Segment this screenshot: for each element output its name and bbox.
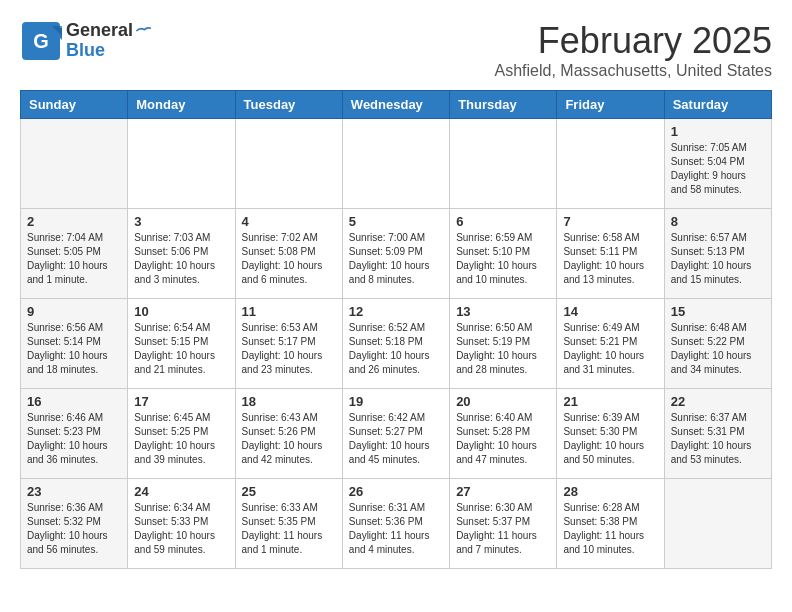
calendar-week-row: 16Sunrise: 6:46 AM Sunset: 5:23 PM Dayli… <box>21 389 772 479</box>
day-info: Sunrise: 7:00 AM Sunset: 5:09 PM Dayligh… <box>349 231 443 287</box>
logo-blue: Blue <box>66 41 151 61</box>
day-info: Sunrise: 6:42 AM Sunset: 5:27 PM Dayligh… <box>349 411 443 467</box>
day-number: 19 <box>349 394 443 409</box>
day-of-week-header: Monday <box>128 91 235 119</box>
day-info: Sunrise: 6:34 AM Sunset: 5:33 PM Dayligh… <box>134 501 228 557</box>
calendar-week-row: 2Sunrise: 7:04 AM Sunset: 5:05 PM Daylig… <box>21 209 772 299</box>
day-number: 6 <box>456 214 550 229</box>
title-section: February 2025 Ashfield, Massachusetts, U… <box>495 20 772 80</box>
calendar-day-cell: 3Sunrise: 7:03 AM Sunset: 5:06 PM Daylig… <box>128 209 235 299</box>
day-info: Sunrise: 6:39 AM Sunset: 5:30 PM Dayligh… <box>563 411 657 467</box>
day-info: Sunrise: 6:50 AM Sunset: 5:19 PM Dayligh… <box>456 321 550 377</box>
logo-icon: G <box>20 20 62 62</box>
calendar-day-cell <box>235 119 342 209</box>
day-info: Sunrise: 6:45 AM Sunset: 5:25 PM Dayligh… <box>134 411 228 467</box>
calendar-week-row: 1Sunrise: 7:05 AM Sunset: 5:04 PM Daylig… <box>21 119 772 209</box>
calendar-week-row: 23Sunrise: 6:36 AM Sunset: 5:32 PM Dayli… <box>21 479 772 569</box>
calendar-day-cell: 12Sunrise: 6:52 AM Sunset: 5:18 PM Dayli… <box>342 299 449 389</box>
day-number: 13 <box>456 304 550 319</box>
day-number: 10 <box>134 304 228 319</box>
day-info: Sunrise: 6:28 AM Sunset: 5:38 PM Dayligh… <box>563 501 657 557</box>
calendar-week-row: 9Sunrise: 6:56 AM Sunset: 5:14 PM Daylig… <box>21 299 772 389</box>
day-number: 28 <box>563 484 657 499</box>
day-number: 3 <box>134 214 228 229</box>
calendar-day-cell <box>557 119 664 209</box>
day-number: 15 <box>671 304 765 319</box>
day-info: Sunrise: 6:57 AM Sunset: 5:13 PM Dayligh… <box>671 231 765 287</box>
day-number: 24 <box>134 484 228 499</box>
calendar-day-cell: 27Sunrise: 6:30 AM Sunset: 5:37 PM Dayli… <box>450 479 557 569</box>
calendar-day-cell: 14Sunrise: 6:49 AM Sunset: 5:21 PM Dayli… <box>557 299 664 389</box>
day-info: Sunrise: 6:37 AM Sunset: 5:31 PM Dayligh… <box>671 411 765 467</box>
day-number: 22 <box>671 394 765 409</box>
day-number: 23 <box>27 484 121 499</box>
calendar-day-cell: 26Sunrise: 6:31 AM Sunset: 5:36 PM Dayli… <box>342 479 449 569</box>
day-number: 2 <box>27 214 121 229</box>
calendar-day-cell: 28Sunrise: 6:28 AM Sunset: 5:38 PM Dayli… <box>557 479 664 569</box>
day-info: Sunrise: 6:31 AM Sunset: 5:36 PM Dayligh… <box>349 501 443 557</box>
logo: G General Blue <box>20 20 151 62</box>
calendar-day-cell: 20Sunrise: 6:40 AM Sunset: 5:28 PM Dayli… <box>450 389 557 479</box>
day-number: 16 <box>27 394 121 409</box>
calendar-day-cell: 17Sunrise: 6:45 AM Sunset: 5:25 PM Dayli… <box>128 389 235 479</box>
calendar-day-cell: 23Sunrise: 6:36 AM Sunset: 5:32 PM Dayli… <box>21 479 128 569</box>
day-info: Sunrise: 6:46 AM Sunset: 5:23 PM Dayligh… <box>27 411 121 467</box>
calendar-day-cell <box>21 119 128 209</box>
month-title: February 2025 <box>495 20 772 62</box>
calendar-day-cell: 22Sunrise: 6:37 AM Sunset: 5:31 PM Dayli… <box>664 389 771 479</box>
calendar-day-cell: 19Sunrise: 6:42 AM Sunset: 5:27 PM Dayli… <box>342 389 449 479</box>
day-info: Sunrise: 6:54 AM Sunset: 5:15 PM Dayligh… <box>134 321 228 377</box>
calendar-day-cell: 15Sunrise: 6:48 AM Sunset: 5:22 PM Dayli… <box>664 299 771 389</box>
calendar-day-cell: 2Sunrise: 7:04 AM Sunset: 5:05 PM Daylig… <box>21 209 128 299</box>
calendar-day-cell: 16Sunrise: 6:46 AM Sunset: 5:23 PM Dayli… <box>21 389 128 479</box>
day-of-week-header: Wednesday <box>342 91 449 119</box>
calendar-day-cell: 5Sunrise: 7:00 AM Sunset: 5:09 PM Daylig… <box>342 209 449 299</box>
logo-general: General <box>66 20 133 40</box>
day-info: Sunrise: 6:30 AM Sunset: 5:37 PM Dayligh… <box>456 501 550 557</box>
day-of-week-header: Sunday <box>21 91 128 119</box>
day-number: 12 <box>349 304 443 319</box>
day-number: 18 <box>242 394 336 409</box>
calendar-day-cell: 7Sunrise: 6:58 AM Sunset: 5:11 PM Daylig… <box>557 209 664 299</box>
calendar-day-cell: 10Sunrise: 6:54 AM Sunset: 5:15 PM Dayli… <box>128 299 235 389</box>
calendar-day-cell: 18Sunrise: 6:43 AM Sunset: 5:26 PM Dayli… <box>235 389 342 479</box>
day-info: Sunrise: 7:05 AM Sunset: 5:04 PM Dayligh… <box>671 141 765 197</box>
calendar-day-cell: 4Sunrise: 7:02 AM Sunset: 5:08 PM Daylig… <box>235 209 342 299</box>
calendar-day-cell: 1Sunrise: 7:05 AM Sunset: 5:04 PM Daylig… <box>664 119 771 209</box>
day-info: Sunrise: 6:58 AM Sunset: 5:11 PM Dayligh… <box>563 231 657 287</box>
calendar-day-cell: 25Sunrise: 6:33 AM Sunset: 5:35 PM Dayli… <box>235 479 342 569</box>
day-number: 27 <box>456 484 550 499</box>
day-of-week-header: Saturday <box>664 91 771 119</box>
calendar-day-cell: 11Sunrise: 6:53 AM Sunset: 5:17 PM Dayli… <box>235 299 342 389</box>
day-of-week-header: Friday <box>557 91 664 119</box>
location-title: Ashfield, Massachusetts, United States <box>495 62 772 80</box>
calendar-day-cell <box>664 479 771 569</box>
calendar-day-cell: 13Sunrise: 6:50 AM Sunset: 5:19 PM Dayli… <box>450 299 557 389</box>
day-info: Sunrise: 7:04 AM Sunset: 5:05 PM Dayligh… <box>27 231 121 287</box>
day-info: Sunrise: 6:52 AM Sunset: 5:18 PM Dayligh… <box>349 321 443 377</box>
day-number: 20 <box>456 394 550 409</box>
calendar-day-cell <box>128 119 235 209</box>
day-of-week-header: Tuesday <box>235 91 342 119</box>
day-info: Sunrise: 7:03 AM Sunset: 5:06 PM Dayligh… <box>134 231 228 287</box>
day-info: Sunrise: 6:43 AM Sunset: 5:26 PM Dayligh… <box>242 411 336 467</box>
day-info: Sunrise: 6:40 AM Sunset: 5:28 PM Dayligh… <box>456 411 550 467</box>
day-number: 25 <box>242 484 336 499</box>
day-number: 21 <box>563 394 657 409</box>
day-info: Sunrise: 6:49 AM Sunset: 5:21 PM Dayligh… <box>563 321 657 377</box>
svg-text:G: G <box>33 30 49 52</box>
page-header: G General Blue February 2025 Ashfield, M… <box>20 20 772 80</box>
day-number: 11 <box>242 304 336 319</box>
day-number: 5 <box>349 214 443 229</box>
calendar-header-row: SundayMondayTuesdayWednesdayThursdayFrid… <box>21 91 772 119</box>
calendar-day-cell: 21Sunrise: 6:39 AM Sunset: 5:30 PM Dayli… <box>557 389 664 479</box>
logo-bird-icon <box>135 25 151 37</box>
calendar-day-cell: 6Sunrise: 6:59 AM Sunset: 5:10 PM Daylig… <box>450 209 557 299</box>
calendar-day-cell: 24Sunrise: 6:34 AM Sunset: 5:33 PM Dayli… <box>128 479 235 569</box>
calendar-day-cell <box>342 119 449 209</box>
day-number: 1 <box>671 124 765 139</box>
day-number: 9 <box>27 304 121 319</box>
day-info: Sunrise: 6:48 AM Sunset: 5:22 PM Dayligh… <box>671 321 765 377</box>
calendar-day-cell: 8Sunrise: 6:57 AM Sunset: 5:13 PM Daylig… <box>664 209 771 299</box>
day-info: Sunrise: 7:02 AM Sunset: 5:08 PM Dayligh… <box>242 231 336 287</box>
